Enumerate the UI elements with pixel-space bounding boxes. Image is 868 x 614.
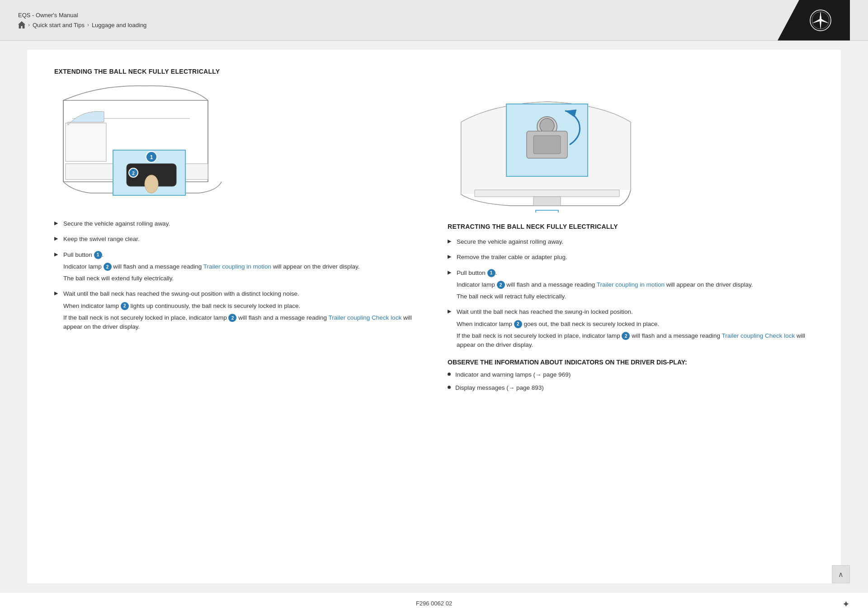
- right-instruction-4-text: Wait until the ball neck has reached the…: [457, 307, 814, 350]
- svg-text:1: 1: [150, 154, 153, 161]
- arrow-icon-4: ▶: [54, 290, 58, 296]
- left-instruction-1-text: Secure the vehicle against rolling away.: [63, 219, 170, 228]
- right-arrow-icon-3: ▶: [448, 269, 451, 275]
- header-left: EQS - Owner's Manual › Quick start and T…: [18, 12, 146, 28]
- badge-2-right-c: 2: [622, 332, 630, 340]
- right-instruction-3-text: Pull button 1. Indicator lamp 2 will fla…: [457, 269, 753, 302]
- right-instruction-2: ▶ Remove the trailer cable or adapter pl…: [448, 253, 814, 262]
- breadcrumb: › Quick start and Tips › Luggage and loa…: [18, 21, 146, 28]
- right-instruction-1-text: Secure the vehicle against rolling away.: [457, 237, 563, 246]
- two-col-layout: EXTENDING THE BALL NECK FULLY ELECTRICAL…: [54, 68, 814, 565]
- main-content: EXTENDING THE BALL NECK FULLY ELECTRICAL…: [27, 50, 841, 583]
- observe-item-2-text: Display messages (→ page 893): [455, 383, 544, 392]
- svg-text:2: 2: [132, 171, 135, 176]
- left-instructions: ▶ Secure the vehicle against rolling awa…: [54, 219, 420, 331]
- badge-1-left: 1: [94, 251, 102, 259]
- arrow-icon-2: ▶: [54, 236, 58, 241]
- svg-rect-17: [533, 197, 561, 206]
- right-instruction-4: ▶ Wait until the ball neck has reached t…: [448, 307, 814, 350]
- right-instructions: ▶ Secure the vehicle against rolling awa…: [448, 237, 814, 350]
- left-section-title: EXTENDING THE BALL NECK FULLY ELECTRICAL…: [54, 68, 420, 75]
- right-arrow-icon-4: ▶: [448, 308, 451, 314]
- badge-2-right-a: 2: [497, 281, 505, 289]
- svg-rect-23: [533, 136, 561, 154]
- observe-item-2: Display messages (→ page 893): [448, 383, 814, 392]
- footer: F296 0062 02: [0, 592, 868, 614]
- observe-item-1: Indicator and warning lamps (→ page 969): [448, 370, 814, 379]
- observe-item-1-text: Indicator and warning lamps (→ page 969): [455, 370, 571, 379]
- right-arrow-icon-2: ▶: [448, 254, 451, 260]
- scroll-up-button[interactable]: ∧: [832, 565, 850, 583]
- header-logo-area: [778, 0, 850, 41]
- observe-title: OBSERVE THE INFORMATION ABOUT INDICATORS…: [448, 359, 814, 366]
- breadcrumb-sep-1: ›: [28, 22, 30, 28]
- scroll-up-icon: ∧: [838, 570, 844, 579]
- page-wrapper: EQS - Owner's Manual › Quick start and T…: [0, 0, 868, 614]
- left-column: EXTENDING THE BALL NECK FULLY ELECTRICAL…: [54, 68, 420, 565]
- arrow-icon-1: ▶: [54, 220, 58, 226]
- footer-code: F296 0062 02: [416, 600, 452, 607]
- right-arrow-icon-1: ▶: [448, 238, 451, 244]
- arrow-icon-3: ▶: [54, 251, 58, 257]
- left-instruction-2: ▶ Keep the swivel range clear.: [54, 235, 420, 244]
- svg-rect-14: [66, 123, 106, 161]
- badge-1-right: 1: [487, 269, 495, 277]
- link-trailer-check-lock-left[interactable]: Trailer coupling Check lock: [329, 314, 402, 321]
- badge-2-left-c: 2: [228, 314, 236, 322]
- left-instruction-3: ▶ Pull button 1. Indicator lamp 2 will f…: [54, 250, 420, 283]
- left-instruction-1: ▶ Secure the vehicle against rolling awa…: [54, 219, 420, 228]
- right-diagram-svg: [448, 68, 637, 213]
- observe-list: Indicator and warning lamps (→ page 969)…: [448, 370, 814, 392]
- home-icon[interactable]: [18, 21, 25, 28]
- badge-2-right-b: 2: [514, 320, 522, 328]
- butterfly-icon: ✦: [842, 599, 850, 609]
- right-instruction-1: ▶ Secure the vehicle against rolling awa…: [448, 237, 814, 246]
- badge-2-left-b: 2: [121, 302, 129, 310]
- link-trailer-coupling-motion-right[interactable]: Trailer coupling in motion: [597, 281, 665, 288]
- left-diagram: 1 2: [54, 82, 420, 210]
- left-diagram-svg: 1 2: [54, 82, 244, 209]
- svg-point-20: [540, 118, 554, 133]
- manual-title: EQS - Owner's Manual: [18, 12, 146, 19]
- breadcrumb-quick-start[interactable]: Quick start and Tips: [33, 22, 85, 28]
- right-column: RETRACTING THE BALL NECK FULLY ELECTRICA…: [448, 68, 814, 565]
- dot-icon-1: [448, 373, 451, 376]
- left-instruction-4-text: Wait until the ball neck has reached the…: [63, 289, 420, 331]
- header: EQS - Owner's Manual › Quick start and T…: [0, 0, 868, 41]
- dot-icon-2: [448, 386, 451, 389]
- right-instruction-3: ▶ Pull button 1. Indicator lamp 2 will f…: [448, 269, 814, 302]
- left-instruction-3-text: Pull button 1. Indicator lamp 2 will fla…: [63, 250, 360, 283]
- left-instruction-4: ▶ Wait until the ball neck has reached t…: [54, 289, 420, 331]
- link-trailer-coupling-motion-left[interactable]: Trailer coupling in motion: [203, 263, 271, 270]
- right-diagram: [448, 68, 814, 214]
- left-instruction-2-text: Keep the swivel range clear.: [63, 235, 140, 244]
- breadcrumb-current: Luggage and loading: [92, 22, 146, 28]
- page-footer-area: F296 0062 02 ∧ ✦: [0, 592, 868, 614]
- right-section-title: RETRACTING THE BALL NECK FULLY ELECTRICA…: [448, 223, 814, 230]
- link-trailer-check-lock-right[interactable]: Trailer coupling Check lock: [722, 332, 795, 339]
- mercedes-star-icon: [809, 9, 832, 32]
- badge-2-left-a: 2: [104, 263, 112, 271]
- right-instruction-2-text: Remove the trailer cable or adapter plug…: [457, 253, 567, 262]
- svg-rect-24: [536, 210, 558, 213]
- breadcrumb-sep-2: ›: [87, 22, 89, 28]
